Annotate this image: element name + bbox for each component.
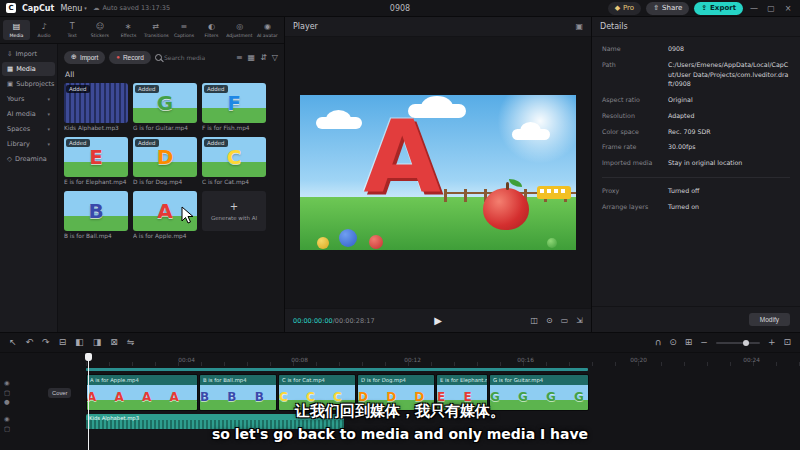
- ribbon-tab-captions[interactable]: ≡Captions: [170, 20, 197, 40]
- record-button[interactable]: ● Record: [109, 51, 151, 64]
- fit-timeline-icon[interactable]: ⊡: [783, 338, 791, 347]
- ribbon-tab-filters[interactable]: ◐Filters: [198, 20, 225, 40]
- sidebar-item-import[interactable]: ⇩Import: [2, 47, 55, 61]
- media-item[interactable]: +Generate with AI: [202, 191, 266, 239]
- media-item[interactable]: BB is for Ball.mp4: [64, 191, 128, 239]
- timeline-ruler[interactable]: 00:0400:0800:1200:1600:2000:24: [0, 353, 800, 366]
- audio-clip[interactable]: Kids Alphabet.mp3: [86, 414, 344, 429]
- zoom-out-icon[interactable]: −: [700, 338, 708, 347]
- sidebar-item-subprojects[interactable]: ▣Subprojects: [2, 77, 55, 91]
- sidebar-item-yours[interactable]: Yours▾: [2, 92, 55, 106]
- search-input[interactable]: [164, 54, 216, 61]
- timeline-clip[interactable]: C is for Cat.mp4C C C C C C: [278, 374, 356, 411]
- media-thumbnail[interactable]: A: [133, 191, 197, 231]
- sidebar-item-dreamina[interactable]: ◇Dreamina: [2, 152, 55, 166]
- filter-icon[interactable]: ▽: [272, 53, 278, 62]
- list-view-icon[interactable]: ≡: [236, 53, 243, 62]
- mirror-icon[interactable]: ⇋: [127, 338, 135, 347]
- preview-axis-icon[interactable]: ⊞: [685, 338, 693, 347]
- media-thumbnail[interactable]: FAdded: [202, 83, 266, 123]
- close-button[interactable]: ×: [782, 4, 794, 13]
- generate-with-ai-tile[interactable]: +Generate with AI: [202, 191, 266, 231]
- pro-label: Pro: [623, 4, 634, 12]
- select-tool-icon[interactable]: ↖: [9, 338, 17, 347]
- delete-right-icon[interactable]: ◨: [93, 338, 102, 347]
- export-label: Export: [710, 4, 736, 12]
- ribbon-tab-transitions[interactable]: ⇄Transitions: [142, 20, 169, 40]
- delete-icon[interactable]: ⊠: [110, 338, 118, 347]
- menu-button[interactable]: Menu ▾: [60, 4, 86, 13]
- media-item[interactable]: AddedKids Alphabet.mp3: [64, 83, 128, 131]
- ribbon-tab-text[interactable]: TText: [59, 20, 86, 40]
- ribbon-tab-media[interactable]: ▤Media: [3, 20, 30, 40]
- sort-icon[interactable]: ⇵: [260, 53, 267, 62]
- snapshot-icon[interactable]: ⊙: [546, 316, 553, 325]
- media-item[interactable]: CAddedC is for Cat.mp4: [202, 137, 266, 185]
- media-item[interactable]: EAddedE is for Elephant.mp4: [64, 137, 128, 185]
- caption-track-strip[interactable]: [86, 368, 588, 371]
- zoom-in-icon[interactable]: +: [768, 338, 776, 347]
- sidebar-item-library[interactable]: Library▾: [2, 137, 55, 151]
- share-button[interactable]: ⇧ Share: [646, 2, 689, 15]
- timeline-clip[interactable]: B is for Ball.mp4B B B B B B: [199, 374, 277, 411]
- details-row: Frame rate30.00fps: [602, 142, 790, 152]
- magnet-icon[interactable]: ∩: [655, 338, 662, 347]
- track-toggle-icon[interactable]: ●: [4, 399, 10, 406]
- export-button[interactable]: ⇪ Export: [694, 2, 743, 15]
- media-thumbnail[interactable]: Added: [64, 83, 128, 123]
- fullscreen-icon[interactable]: ⇲: [576, 316, 583, 325]
- sidebar-item-spaces[interactable]: Spaces▾: [2, 122, 55, 136]
- track-toggle-icon[interactable]: ▢: [4, 426, 10, 433]
- media-thumbnail[interactable]: B: [64, 191, 128, 231]
- timeline-clip[interactable]: G is for Guitar.mp4G G G G G G: [489, 374, 589, 411]
- search-box[interactable]: [155, 54, 216, 61]
- letter-a-art: A: [363, 104, 440, 209]
- track-toggle-icon[interactable]: ◉: [4, 380, 10, 387]
- track-toggle-icon[interactable]: ◉: [4, 416, 10, 423]
- app-name: CapCut: [22, 4, 54, 13]
- media-item[interactable]: AA is for Apple.mp4: [133, 191, 197, 239]
- track-toggle-icon[interactable]: ▢: [4, 390, 10, 397]
- pro-badge[interactable]: ◆ Pro: [608, 2, 642, 15]
- media-thumbnail[interactable]: EAdded: [64, 137, 128, 177]
- media-thumbnail[interactable]: CAdded: [202, 137, 266, 177]
- import-button[interactable]: ⊕ Import: [64, 51, 105, 64]
- sidebar-item-ai-media[interactable]: AI media▾: [2, 107, 55, 121]
- ribbon-tab-effects[interactable]: ∗Effects: [115, 20, 142, 40]
- letter-art: A: [157, 201, 172, 221]
- redo-icon[interactable]: ↷: [42, 338, 50, 347]
- modify-button[interactable]: Modify: [749, 313, 790, 326]
- timeline-clip[interactable]: A is for Apple.mp4A A A A A A: [86, 374, 198, 411]
- undo-icon[interactable]: ↶: [26, 338, 34, 347]
- cover-button[interactable]: Cover: [48, 388, 71, 398]
- media-thumbnail[interactable]: GAdded: [133, 83, 197, 123]
- ribbon-tab-adjustment[interactable]: ◎Adjustment: [226, 20, 253, 40]
- media-item[interactable]: DAddedD is for Dog.mp4: [133, 137, 197, 185]
- media-item[interactable]: FAddedF is for Fish.mp4: [202, 83, 266, 131]
- ribbon-tab-stickers[interactable]: ☺Stickers: [87, 20, 114, 40]
- maximize-button[interactable]: ▢: [765, 4, 777, 13]
- timeline-clip[interactable]: E is for Elephant.mp4E E E E E E: [436, 374, 488, 411]
- ratio-icon[interactable]: ▭: [561, 316, 569, 325]
- delete-left-icon[interactable]: ◧: [75, 338, 84, 347]
- link-icon[interactable]: ⊙: [669, 338, 677, 347]
- mirror-preview-icon[interactable]: ◫: [530, 316, 538, 325]
- video-preview[interactable]: A: [300, 95, 576, 250]
- split-icon[interactable]: ⊟: [59, 338, 67, 347]
- media-item[interactable]: GAddedG is for Guitar.mp4: [133, 83, 197, 131]
- ruler-timestamp: 00:24: [651, 357, 764, 363]
- zoom-slider[interactable]: [716, 342, 760, 344]
- playhead[interactable]: [88, 353, 89, 450]
- minimize-button[interactable]: —: [748, 4, 760, 13]
- grid-view-icon[interactable]: ▦: [248, 53, 256, 62]
- zoom-slider-knob[interactable]: [743, 340, 749, 346]
- media-thumbnail[interactable]: DAdded: [133, 137, 197, 177]
- float-panel-icon[interactable]: ▣: [575, 22, 583, 31]
- timeline-clip[interactable]: D is for Dog.mp4D D D D D D: [357, 374, 435, 411]
- sidebar-item-media[interactable]: ▦Media: [2, 62, 55, 76]
- play-button[interactable]: ▶: [434, 315, 442, 326]
- playhead-handle[interactable]: [85, 353, 92, 361]
- ribbon-tab-audio[interactable]: ♪Audio: [31, 20, 58, 40]
- timeline: ↖↶↷⊟◧◨⊠⇋ ∩⊙⊞−+⊡ 00:0400:0800:1200:1600:2…: [0, 332, 800, 450]
- ribbon-tab-ai-avatar[interactable]: ◉AI avatar: [254, 20, 281, 40]
